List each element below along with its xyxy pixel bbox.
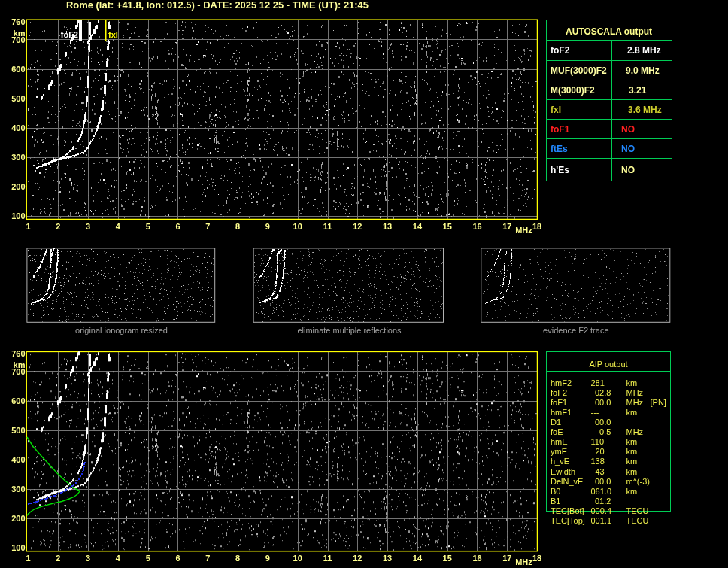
svg-text:300: 300 [11, 153, 25, 162]
svg-text:km: km [626, 447, 638, 456]
svg-text:0.5: 0.5 [599, 427, 611, 436]
svg-text:3: 3 [86, 222, 90, 231]
svg-text:fxI: fxI [551, 105, 561, 115]
svg-text:foE: foE [551, 427, 563, 436]
svg-text:MHz: MHz [626, 398, 644, 407]
svg-text:foF1: foF1 [551, 398, 567, 407]
svg-text:MHz: MHz [515, 226, 532, 235]
svg-text:02.8: 02.8 [595, 388, 611, 397]
svg-text:hmF2: hmF2 [551, 378, 572, 387]
svg-text:760: 760 [11, 17, 25, 26]
svg-text:8: 8 [235, 222, 240, 231]
svg-text:12: 12 [353, 222, 362, 231]
svg-text:foF2: foF2 [61, 30, 78, 39]
svg-text:17: 17 [502, 222, 511, 231]
svg-text:100: 100 [11, 211, 25, 220]
svg-text:km: km [626, 487, 638, 496]
svg-text:400: 400 [11, 123, 25, 132]
svg-text:10: 10 [293, 222, 302, 231]
svg-text:km: km [626, 467, 638, 476]
svg-text:600: 600 [11, 65, 25, 74]
svg-text:Ewidth: Ewidth [551, 467, 575, 476]
svg-text:9: 9 [265, 222, 270, 231]
svg-text:7: 7 [205, 222, 210, 231]
svg-text:original ionogram resized: original ionogram resized [75, 326, 168, 335]
svg-text:2: 2 [56, 222, 60, 231]
svg-text:281: 281 [591, 378, 605, 387]
svg-text:foF2: foF2 [551, 45, 570, 56]
svg-text:16: 16 [472, 222, 481, 231]
svg-text:15: 15 [443, 222, 452, 231]
svg-text:AIP output: AIP output [589, 360, 627, 369]
svg-text:11: 11 [323, 222, 332, 231]
svg-text:3.6 MHz: 3.6 MHz [628, 105, 662, 115]
svg-text:13: 13 [383, 222, 392, 231]
svg-text:m^(-3): m^(-3) [626, 477, 650, 486]
svg-text:001.1: 001.1 [591, 516, 612, 525]
svg-text:1: 1 [26, 222, 30, 231]
svg-text:hmE: hmE [551, 437, 568, 446]
svg-text:km: km [626, 437, 638, 446]
svg-text:eliminate multiple reflections: eliminate multiple reflections [297, 326, 402, 335]
svg-text:TEC[Bot]: TEC[Bot] [551, 506, 584, 515]
svg-text:061.0: 061.0 [591, 487, 612, 496]
svg-text:[PN]: [PN] [651, 398, 666, 407]
svg-text:43: 43 [596, 467, 605, 476]
svg-text:4: 4 [116, 222, 121, 231]
svg-text:110: 110 [591, 437, 605, 446]
svg-text:NO: NO [621, 144, 635, 154]
svg-text:ymE: ymE [551, 447, 567, 456]
svg-text:MUF(3000)F2: MUF(3000)F2 [551, 65, 607, 76]
svg-text:ftEs: ftEs [551, 144, 568, 154]
svg-text:00.0: 00.0 [595, 418, 611, 427]
svg-text:18: 18 [532, 222, 541, 231]
svg-text:TEC[Top]: TEC[Top] [551, 516, 585, 525]
svg-text:B0: B0 [551, 487, 560, 496]
svg-text:3.21: 3.21 [629, 85, 647, 96]
svg-text:14: 14 [413, 222, 423, 231]
svg-text:D1: D1 [551, 418, 561, 427]
svg-text:700: 700 [11, 35, 25, 44]
svg-text:01.2: 01.2 [595, 497, 611, 506]
svg-text:km: km [626, 378, 638, 387]
svg-text:AUTOSCALA output: AUTOSCALA output [566, 26, 653, 37]
svg-text:6: 6 [175, 222, 180, 231]
svg-text:20: 20 [596, 447, 605, 456]
svg-text:00.0: 00.0 [595, 477, 611, 486]
svg-text:fxI: fxI [108, 30, 118, 39]
svg-text:B1: B1 [551, 497, 560, 506]
svg-text:MHz: MHz [626, 427, 644, 436]
svg-text:NO: NO [621, 165, 635, 175]
svg-text:h_vE: h_vE [551, 457, 569, 466]
svg-text:138: 138 [591, 457, 605, 466]
svg-text:00.0: 00.0 [595, 398, 611, 407]
svg-text:h'Es: h'Es [551, 165, 569, 175]
svg-text:500: 500 [11, 94, 25, 103]
svg-text:200: 200 [11, 182, 25, 191]
svg-text:evidence F2 trace: evidence F2 trace [543, 326, 608, 335]
svg-text:foF2: foF2 [551, 388, 567, 397]
svg-text:M(3000)F2: M(3000)F2 [551, 85, 595, 96]
svg-text:---: --- [591, 408, 599, 417]
svg-text:9.0 MHz: 9.0 MHz [626, 65, 660, 76]
svg-text:km: km [626, 408, 638, 417]
svg-text:MHz: MHz [626, 388, 644, 397]
svg-text:foF1: foF1 [551, 124, 570, 135]
svg-text:NO: NO [621, 124, 635, 135]
svg-text:TECU: TECU [626, 506, 649, 515]
svg-text:5: 5 [146, 222, 150, 231]
svg-text:hmF1: hmF1 [551, 408, 572, 417]
svg-text:000.4: 000.4 [591, 506, 612, 515]
svg-text:km: km [626, 457, 638, 466]
svg-text:TECU: TECU [626, 516, 649, 525]
svg-text:Rome (lat: +41.8, lon: 012.5): Rome (lat: +41.8, lon: 012.5) - DATE: 20… [66, 0, 369, 11]
svg-text:DelN_vE: DelN_vE [551, 477, 583, 486]
svg-text:2.8 MHz: 2.8 MHz [627, 45, 661, 56]
